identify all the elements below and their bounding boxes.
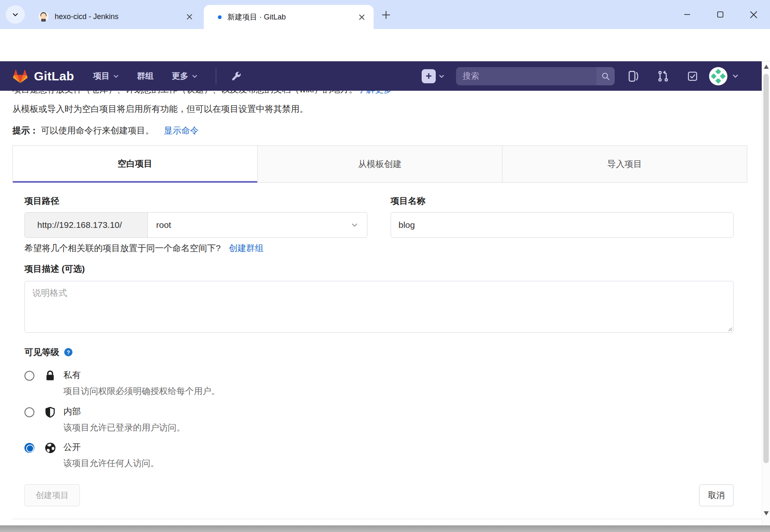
scroll-up-arrow-icon[interactable] <box>764 65 769 69</box>
gitlab-navbar: GitLab 项目 群组 更多 + <box>0 61 762 91</box>
navbar-divider <box>216 68 216 85</box>
project-name-label: 项目名称 <box>391 195 425 207</box>
chevron-down-icon[interactable] <box>732 73 739 79</box>
browser-tab-jenkins[interactable]: hexo-cicd - Jenkins <box>31 4 201 29</box>
chevron-down-icon[interactable] <box>439 73 444 79</box>
lock-icon <box>43 369 57 398</box>
chevron-down-icon <box>12 11 19 18</box>
gitlab-wordmark[interactable]: GitLab <box>34 69 74 83</box>
radio-internal[interactable] <box>24 407 34 417</box>
shield-icon <box>43 406 57 435</box>
radio-private[interactable] <box>24 371 34 381</box>
window-controls <box>671 0 770 29</box>
project-path-group: http://192.168.173.10/ root <box>24 212 367 238</box>
nav-item-groups[interactable]: 群组 <box>137 70 154 82</box>
visibility-option-private: 私有 项目访问权限必须明确授权给每个用户。 <box>24 368 220 398</box>
project-description-textarea[interactable] <box>24 281 734 333</box>
url-prefix: http://192.168.173.10/ <box>25 213 148 237</box>
chevron-down-icon <box>192 73 198 79</box>
create-project-button[interactable]: 创建项目 <box>24 484 80 506</box>
visibility-option-public: 公开 该项目允许任何人访问。 <box>24 440 159 470</box>
help-question-icon[interactable]: ? <box>63 347 73 357</box>
merge-requests-icon[interactable] <box>657 70 669 82</box>
issues-icon[interactable] <box>627 70 640 82</box>
tab-favicon-dot-icon <box>218 15 222 19</box>
jenkins-favicon-icon <box>38 11 49 22</box>
tab-search-button[interactable] <box>6 5 25 24</box>
option-desc: 该项目允许任何人访问。 <box>63 456 159 470</box>
globe-icon <box>43 441 57 470</box>
project-description-label: 项目描述 (可选) <box>24 263 85 275</box>
minimize-button[interactable] <box>671 0 704 29</box>
tab-close-icon[interactable] <box>184 11 195 22</box>
visibility-option-internal: 内部 该项目允许已登录的用户访问。 <box>24 404 185 435</box>
option-name[interactable]: 公开 <box>63 440 159 455</box>
gitlab-logo-icon[interactable] <box>12 68 29 85</box>
tab-title: 新建项目 · GitLab <box>227 12 356 22</box>
create-group-link[interactable]: 创建群组 <box>229 243 264 253</box>
new-menu-button[interactable]: + <box>422 69 436 83</box>
project-tabs: 空白项目 从模板创建 导入项目 <box>12 145 747 183</box>
plus-icon <box>381 10 391 20</box>
browser-titlebar: hexo-cicd - Jenkins 新建项目 · GitLab <box>0 0 770 29</box>
option-name[interactable]: 内部 <box>63 404 185 419</box>
window-bottom-edge <box>0 525 770 532</box>
admin-wrench-icon[interactable] <box>230 70 242 82</box>
chevron-down-icon <box>351 222 358 228</box>
tab-create-from-template[interactable]: 从模板创建 <box>257 146 502 183</box>
navbar-right: + <box>422 61 739 91</box>
form-actions: 创建项目 取消 <box>24 484 734 506</box>
page-content: 项目是您存放文件（仓库）、计划您的工作（议题）、以及发布您的文档（wiki）的地… <box>0 91 762 525</box>
visibility-label: 可见等级 <box>24 346 59 358</box>
gitlab-main-menu: 项目 群组 更多 <box>93 70 198 82</box>
browser-window: hexo-cicd - Jenkins 新建项目 · GitLab <box>0 0 770 532</box>
browser-toolbar: 不安全 192.168.173.10/projects/new <box>0 29 770 61</box>
nav-item-projects[interactable]: 项目 <box>93 70 119 82</box>
cancel-button[interactable]: 取消 <box>699 484 734 506</box>
project-path-label: 项目路径 <box>24 195 59 207</box>
search-input[interactable] <box>456 71 593 81</box>
nav-item-more[interactable]: 更多 <box>172 70 198 82</box>
identicon-image <box>709 67 727 85</box>
browser-tab-gitlab[interactable]: 新建项目 · GitLab <box>204 5 374 29</box>
vertical-scrollbar[interactable] <box>762 61 770 525</box>
search-icon[interactable] <box>596 67 615 85</box>
close-window-button[interactable] <box>737 0 770 29</box>
option-name[interactable]: 私有 <box>63 368 220 382</box>
user-avatar[interactable] <box>709 67 727 85</box>
new-tab-button[interactable] <box>379 8 393 22</box>
scrollbar-thumb[interactable] <box>763 74 769 463</box>
namespace-select[interactable]: root <box>148 213 367 237</box>
radio-public[interactable] <box>24 443 34 453</box>
visibility-label-row: 可见等级 ? <box>24 346 73 358</box>
option-desc: 该项目允许已登录的用户访问。 <box>63 421 185 435</box>
form-container: 空白项目 从模板创建 导入项目 项目路径 项目名称 http://192.168… <box>12 91 747 525</box>
namespace-help: 希望将几个相关联的项目放置于同一个命名空间下? 创建群组 <box>24 242 264 254</box>
option-desc: 项目访问权限必须明确授权给每个用户。 <box>63 384 220 398</box>
chevron-down-icon <box>113 73 119 79</box>
tab-import-project[interactable]: 导入项目 <box>502 146 747 183</box>
maximize-button[interactable] <box>704 0 737 29</box>
project-name-input[interactable] <box>391 212 734 238</box>
scroll-down-arrow-icon[interactable] <box>764 511 769 515</box>
form-bottom-divider <box>12 519 762 519</box>
tab-close-icon[interactable] <box>356 12 367 22</box>
tab-blank-project[interactable]: 空白项目 <box>13 146 257 183</box>
svg-text:?: ? <box>67 349 70 355</box>
tab-title: hexo-cicd - Jenkins <box>55 12 184 21</box>
global-search <box>456 67 615 85</box>
todos-icon[interactable] <box>687 70 698 82</box>
